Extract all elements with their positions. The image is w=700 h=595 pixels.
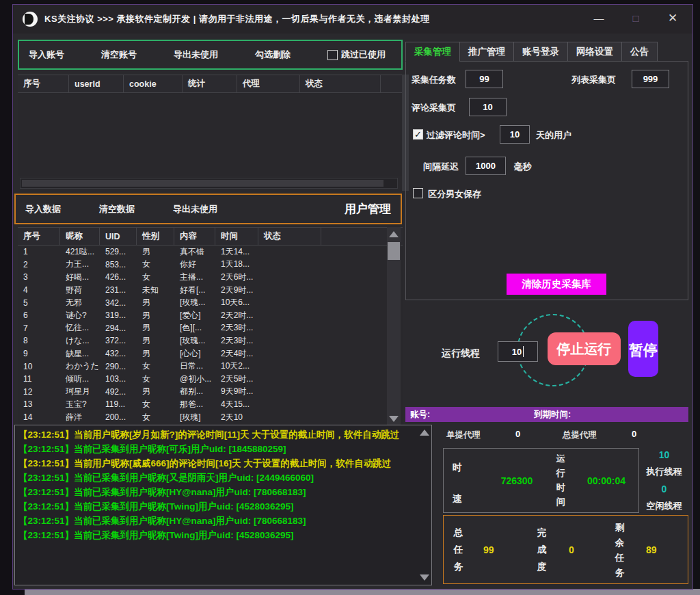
table-row[interactable]: 1421哒...529...男真不错1天14... bbox=[18, 246, 403, 259]
table-cell: [玫瑰... bbox=[174, 297, 215, 308]
column-header[interactable]: userId bbox=[69, 75, 124, 92]
column-header[interactable]: 代理 bbox=[237, 75, 300, 92]
vscrollbar-thumb[interactable] bbox=[388, 242, 400, 260]
delay-input[interactable]: 1000 bbox=[466, 157, 506, 175]
table-row[interactable]: 7忆往...294...男[色][...2天3时... bbox=[18, 322, 403, 335]
table-row[interactable]: 6谜心?319...男[爱心]2天2时... bbox=[18, 309, 403, 322]
speed-label: 时速 bbox=[452, 451, 462, 514]
log-vscrollbar[interactable] bbox=[419, 427, 430, 583]
column-header[interactable]: 序号 bbox=[18, 75, 69, 92]
app-logo-icon bbox=[23, 12, 38, 27]
pause-button[interactable]: 暂停 bbox=[628, 321, 658, 377]
table-cell: 200... bbox=[100, 412, 137, 422]
table-cell: 492... bbox=[100, 387, 137, 397]
table-cell: 女 bbox=[137, 373, 174, 385]
export-unused-data-button[interactable]: 导出未使用 bbox=[173, 203, 217, 215]
table-row[interactable]: 11倾听...103...女@初小...2天5时... bbox=[18, 373, 403, 386]
filter-days-input[interactable]: 10 bbox=[500, 125, 530, 144]
column-header[interactable]: 状态 bbox=[258, 228, 321, 245]
task-count-label: 采集任务数 bbox=[412, 74, 456, 86]
account-label: 账号: bbox=[410, 409, 430, 421]
comment-pages-input[interactable]: 10 bbox=[469, 98, 507, 116]
user-table-vscrollbar[interactable] bbox=[387, 227, 401, 426]
table-cell: 忆往... bbox=[60, 322, 100, 334]
table-row[interactable]: 9缺星...432...男[心心]2天4时... bbox=[18, 347, 403, 360]
tab-collect-management[interactable]: 采集管理 bbox=[405, 42, 459, 62]
close-button[interactable]: ✕ bbox=[662, 9, 683, 28]
table-cell: 426... bbox=[100, 272, 137, 282]
gender-save-label: 区分男女保存 bbox=[428, 188, 481, 200]
log-output[interactable]: 【23:12:51】当前用户昵称[岁月如新?]的评论时间[11]天 大于设置的截… bbox=[14, 425, 432, 585]
log-line: 【23:12:51】当前用户昵称[岁月如新?]的评论时间[11]天 大于设置的截… bbox=[18, 427, 418, 442]
hscrollbar-thumb[interactable] bbox=[22, 180, 383, 187]
table-row[interactable]: 8けな...372...男[玫瑰...2天3时... bbox=[18, 334, 403, 347]
export-unused-accounts-button[interactable]: 导出未使用 bbox=[174, 49, 218, 61]
column-header[interactable]: UID bbox=[100, 228, 137, 245]
table-row[interactable]: 3好喝...426...女主播...2天6时... bbox=[18, 271, 403, 284]
tab-account-login[interactable]: 账号登录 bbox=[513, 42, 567, 62]
remaining-tasks-value: 89 bbox=[646, 516, 657, 583]
table-cell: 女 bbox=[137, 259, 174, 270]
speed-runtime-panel: 时速 726300 运行时间 00:00:04 bbox=[443, 448, 639, 513]
maximize-button[interactable]: □ bbox=[625, 9, 646, 28]
table-cell: 290... bbox=[100, 362, 137, 371]
check-delete-button[interactable]: 勾选删除 bbox=[255, 49, 291, 61]
tab-network-settings[interactable]: 网络设置 bbox=[567, 42, 621, 62]
skip-used-checkbox[interactable] bbox=[327, 50, 338, 60]
clear-accounts-button[interactable]: 清空账号 bbox=[101, 49, 137, 61]
skip-used-checkbox-row[interactable]: 跳过已使用 bbox=[327, 49, 386, 61]
column-header[interactable]: 统计 bbox=[183, 75, 237, 92]
account-toolbar: 导入账号 清空账号 导出未使用 勾选删除 跳过已使用 bbox=[18, 40, 403, 70]
account-table[interactable]: 序号userIdcookie统计代理状态 bbox=[18, 75, 405, 176]
table-row[interactable]: 10わかうた290...女日常...10天2... bbox=[18, 360, 403, 373]
column-header[interactable]: 昵称 bbox=[60, 228, 100, 245]
table-cell: 10 bbox=[18, 362, 60, 371]
total-tasks-value: 99 bbox=[483, 516, 494, 583]
title-bar[interactable]: KS关注协议 >>> 承接软件定制开发 | 请勿用于非法用途，一切后果与作者无关… bbox=[13, 5, 692, 34]
column-header[interactable]: 内容 bbox=[174, 228, 215, 245]
user-table[interactable]: 序号昵称UID性别内容时间状态 1421哒...529...男真不错1天14..… bbox=[18, 227, 403, 426]
stop-run-button[interactable]: 停止运行 bbox=[548, 332, 621, 365]
table-row[interactable]: 2力王...853...女你好1天18... bbox=[18, 259, 403, 272]
tab-promotion-management[interactable]: 推广管理 bbox=[459, 42, 513, 62]
scroll-up-icon[interactable] bbox=[389, 231, 399, 237]
column-header[interactable]: 性别 bbox=[137, 228, 174, 245]
scroll-down-icon[interactable] bbox=[420, 574, 429, 581]
scroll-down-icon[interactable] bbox=[389, 416, 399, 422]
account-table-hscrollbar[interactable] bbox=[20, 178, 398, 189]
task-count-input[interactable]: 99 bbox=[466, 70, 503, 88]
skip-used-label: 跳过已使用 bbox=[341, 49, 386, 61]
table-cell: 好看[... bbox=[174, 285, 215, 296]
table-row[interactable]: 13玉宝?119...女那爸...4天15... bbox=[18, 398, 403, 411]
table-row[interactable]: 14薛洋200...女[玫瑰]2天10 bbox=[18, 411, 403, 424]
table-row[interactable]: 5无邪342...男[玫瑰...10天6... bbox=[18, 296, 403, 309]
clear-history-button[interactable]: 清除历史采集库 bbox=[507, 274, 606, 295]
clear-data-button[interactable]: 清空数据 bbox=[99, 203, 135, 215]
column-header[interactable]: cookie bbox=[124, 75, 183, 92]
minimize-button[interactable]: — bbox=[589, 9, 609, 28]
column-header[interactable]: 时间 bbox=[215, 228, 258, 245]
idle-threads-label: 空闲线程 bbox=[647, 500, 682, 512]
table-cell: 好喝... bbox=[60, 272, 100, 283]
speed-value: 726300 bbox=[479, 475, 554, 486]
column-header[interactable]: 序号 bbox=[18, 228, 60, 245]
table-cell: 主播... bbox=[174, 272, 215, 283]
table-cell: けな... bbox=[60, 335, 100, 347]
scroll-up-icon[interactable] bbox=[420, 429, 429, 436]
tab-announcement[interactable]: 公告 bbox=[621, 42, 658, 62]
thread-count-input[interactable]: 10 bbox=[498, 341, 538, 362]
column-header[interactable]: 状态 bbox=[300, 75, 381, 92]
gender-save-checkbox[interactable] bbox=[413, 188, 423, 198]
table-row[interactable]: 12珂星月492...男都别...9天9时... bbox=[18, 386, 403, 399]
import-data-button[interactable]: 导入数据 bbox=[25, 203, 61, 215]
filter-suffix-label: 天的用户 bbox=[536, 129, 571, 142]
filter-time-checkbox[interactable] bbox=[413, 129, 423, 140]
total-tasks-label: 总任务 bbox=[453, 524, 463, 575]
table-cell: 14 bbox=[18, 412, 60, 422]
list-pages-input[interactable]: 999 bbox=[632, 70, 669, 88]
table-row[interactable]: 4野荷231...未知好看[...2天9时... bbox=[18, 284, 403, 297]
table-cell: 男 bbox=[137, 335, 174, 347]
table-cell: 2天3时... bbox=[215, 322, 258, 334]
import-accounts-button[interactable]: 导入账号 bbox=[29, 49, 64, 61]
desktop-strip bbox=[25, 589, 700, 595]
